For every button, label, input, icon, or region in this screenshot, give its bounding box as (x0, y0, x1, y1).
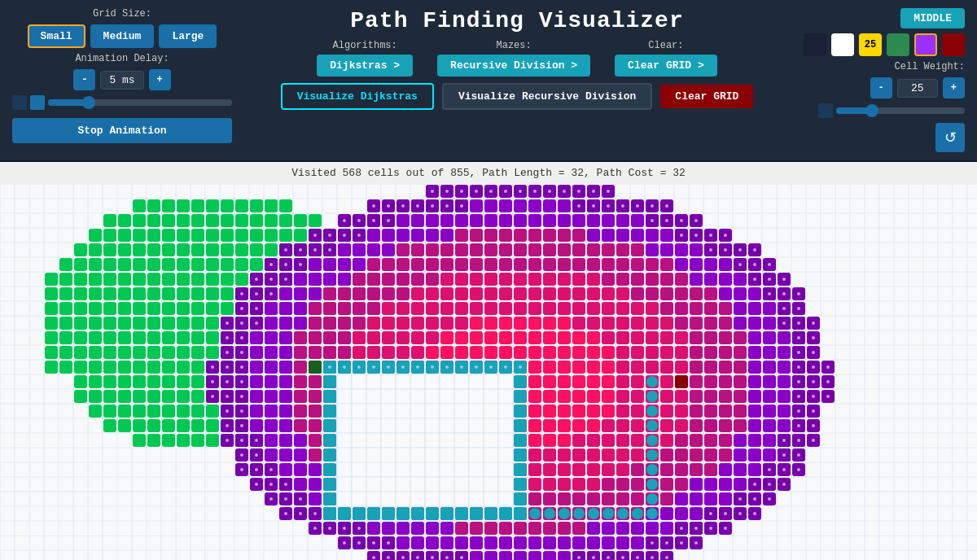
speed-color-dark (12, 95, 27, 110)
anim-delay-label: Animation Delay: (12, 53, 232, 64)
app-title: Path Finding Visualizer (350, 8, 683, 33)
speed-slider[interactable] (48, 99, 232, 106)
color-swatches: 25 (804, 33, 965, 56)
algo-group-algorithms: Algorithms: Dijkstras > (317, 40, 413, 77)
clear-grid-header-button[interactable]: Clear GRID > (615, 55, 717, 77)
status-text: Visited 568 cells out of 855, Path Lengt… (291, 167, 686, 179)
dijkstras-button[interactable]: Dijkstras > (317, 55, 413, 77)
swatch-dark-red[interactable] (942, 33, 965, 56)
cell-weight-plus-button[interactable]: + (943, 77, 965, 98)
cell-weight-label: Cell Weight: (895, 61, 965, 72)
middle-button[interactable]: MIDDLE (900, 8, 965, 28)
viz-row: Visualize Dijkstras Visualize Recursive … (281, 83, 754, 110)
swatch-weight[interactable]: 25 (859, 33, 882, 56)
reset-button[interactable]: ↺ (935, 123, 965, 152)
mazes-label: Mazes: (496, 40, 531, 51)
algo-row: Algorithms: Dijkstras > Mazes: Recursive… (317, 40, 716, 77)
cell-weight-minus-button[interactable]: - (870, 77, 892, 98)
grid-size-small-button[interactable]: Small (28, 24, 85, 48)
visualize-dijkstras-button[interactable]: Visualize Dijkstras (281, 83, 434, 110)
clear-label: Clear: (648, 40, 683, 51)
app-container: Grid Size: Small Medium Large Animation … (0, 0, 977, 560)
anim-delay-row: - 5 ms + (12, 69, 232, 90)
weight-row: - 25 + (870, 77, 965, 98)
anim-delay-plus-button[interactable]: + (149, 69, 171, 90)
center-controls: Path Finding Visualizer Algorithms: Dijk… (232, 8, 802, 110)
weight-color-dark (818, 103, 833, 118)
status-bar: Visited 568 cells out of 855, Path Lengt… (0, 162, 977, 184)
anim-delay-minus-button[interactable]: - (73, 69, 95, 90)
algo-group-mazes: Mazes: Recursive Division > (437, 40, 590, 77)
algo-group-clear: Clear: Clear GRID > (615, 40, 717, 77)
grid-size-large-button[interactable]: Large (159, 24, 217, 48)
speed-slider-row (12, 95, 232, 110)
speed-color-blue (30, 95, 45, 110)
weight-slider-row (818, 103, 965, 118)
stop-animation-button[interactable]: Stop Animation (12, 118, 232, 143)
swatch-white[interactable] (831, 33, 854, 56)
cell-weight-value: 25 (897, 79, 938, 98)
grid-size-medium-button[interactable]: Medium (90, 24, 155, 48)
weight-slider[interactable] (836, 107, 965, 114)
header: Grid Size: Small Medium Large Animation … (0, 0, 977, 162)
visualize-recursive-button[interactable]: Visualize Recursive Division (442, 83, 652, 110)
grid-area[interactable] (0, 184, 977, 560)
recursive-division-button[interactable]: Recursive Division > (437, 55, 590, 77)
grid-size-label: Grid Size: (12, 8, 232, 20)
swatch-purple[interactable] (914, 33, 937, 56)
header-top: Grid Size: Small Medium Large Animation … (12, 8, 965, 152)
clear-grid-button[interactable]: Clear GRID (660, 85, 753, 108)
grid-size-buttons: Small Medium Large (12, 24, 232, 48)
grid-canvas[interactable] (0, 184, 977, 560)
reset-icon: ↺ (944, 129, 957, 147)
left-controls: Grid Size: Small Medium Large Animation … (12, 8, 232, 143)
swatch-green[interactable] (887, 33, 909, 56)
anim-delay-value: 5 ms (100, 71, 143, 90)
swatch-dark-blue[interactable] (804, 33, 826, 56)
algorithms-label: Algorithms: (333, 40, 397, 51)
right-controls: MIDDLE 25 Cell Weight: - 25 + (802, 8, 965, 152)
